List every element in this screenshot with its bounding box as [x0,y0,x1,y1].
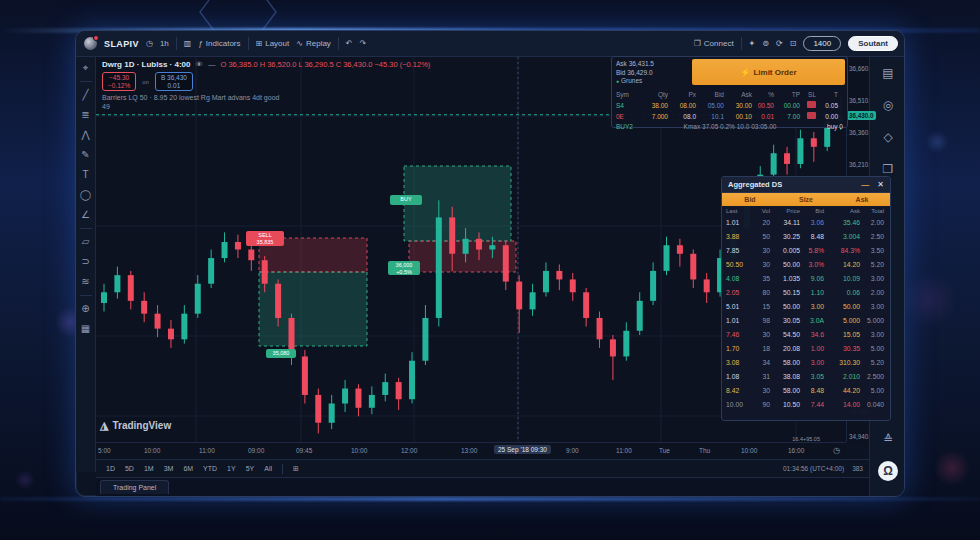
close-icon[interactable]: ✕ [877,180,884,189]
cancel-box-icon[interactable] [807,112,816,119]
trading-panel-tab[interactable]: Trading Panel [100,480,169,494]
draw-tool-icon-10[interactable]: ≋ [79,275,93,289]
grid-layout-icon: ⊡ [790,39,797,48]
legend-indicator[interactable]: Barriers LQ 50 · 8.95 20 lowest Rg Mart … [102,94,430,101]
indicators-button[interactable]: ƒIndicators [198,39,240,48]
timezone-clock-icon[interactable]: ◷ [833,446,840,455]
range-button-1y[interactable]: 1Y [223,464,240,473]
range-button-ytd[interactable]: YTD [199,464,221,473]
balance-pill-button[interactable]: 1400 [803,36,841,51]
depth-cell: 50.00 [824,301,860,312]
more-icon[interactable]: — [208,60,216,69]
depth-row[interactable]: 7.463054.5034.615.053.00 [722,327,890,341]
order-badge-blue[interactable]: B 36,4300.01 [155,72,193,91]
object-tree-icon[interactable]: ◇ [878,127,898,147]
refresh-icon[interactable]: ⟳ [776,39,783,48]
watchlist-icon[interactable]: ▤ [878,63,898,83]
draw-tool-icon-11[interactable]: ⊕ [79,302,93,316]
range-button-5y[interactable]: 5Y [242,464,259,473]
depth-row[interactable]: 10.009010.507.4414.000.040 [722,397,890,411]
order-row[interactable]: S438.0008.0005.0030.0000.5000.000.05 [612,100,847,111]
range-button-3m[interactable]: 3M [160,464,178,473]
magic-icon[interactable]: ✦ [749,39,756,48]
range-button-all[interactable]: All [260,464,276,473]
clock-status[interactable]: 01:34:56 (UTC+4:00) [783,465,844,472]
submit-pill-button[interactable]: Soutant [848,36,898,51]
depth-cell: 31 [752,371,770,382]
symbol-name[interactable]: SLAPIV [104,39,139,49]
time-axis[interactable]: 5:0010:0011:0009:0009:4510:0012:0013:009… [96,442,846,459]
depth-cell: 30.25 [770,231,800,242]
depth-row[interactable]: 3.083458.003.00310.305.20 [722,355,890,369]
time-label: 10:00 [351,447,367,454]
depth-cell: 5.00 [860,385,884,396]
redo-icon[interactable]: ↷ [360,39,367,48]
goto-date-icon[interactable]: ⊞ [289,464,303,474]
depth-row[interactable]: 50.503050.003.0%14.205.20 [722,257,890,271]
minimize-icon[interactable]: — [861,180,869,189]
bell-icon[interactable]: Ω [878,461,898,481]
depth-cell: 34 [752,357,770,368]
depth-row[interactable]: 7.85300.0055.8%84.3%3.50 [722,243,890,257]
limit-order-button[interactable]: ⚡ Limit Order [692,59,845,85]
layout-button[interactable]: ⊞Layout [256,39,290,48]
globe-icon[interactable]: ⊕ [878,491,898,497]
depth-row[interactable]: 2.058050.151.100.062.00 [722,285,890,299]
cancel-box-icon[interactable] [807,101,816,108]
draw-tool-icon-1[interactable]: ╱ [79,88,93,102]
order-cell: 7.000 [640,112,668,121]
depth-row[interactable]: 3.885030.258.483.0042.50 [722,229,890,243]
depth-row[interactable]: 1.012034.113.0635.462.00 [722,215,890,229]
depth-subcol: Bid [800,208,824,214]
eye-icon[interactable]: 👁 [195,60,203,69]
lock-icon[interactable]: ≙ [878,429,898,449]
draw-tool-icon-12[interactable]: ▦ [79,322,93,336]
range-button-1m[interactable]: 1M [140,464,158,473]
depth-row[interactable]: 8.423058.008.4844.205.00 [722,383,890,397]
draw-tool-icon-9[interactable]: ⊃ [79,255,93,269]
draw-tool-icon-7[interactable]: ∠ [79,208,93,222]
legend-symbol[interactable]: Dwrg 1D · Lublss · 4:00 [102,60,190,69]
range-button-6m[interactable]: 6M [179,464,197,473]
alerts-icon[interactable]: ◎ [878,95,898,115]
draw-tool-icon-8[interactable]: ▱ [79,235,93,249]
depth-row[interactable]: 4.08351.0359.0610.093.00 [722,271,890,285]
draw-tool-icon-2[interactable]: ≣ [79,108,93,122]
draw-tool-icon-3[interactable]: ⋀ [79,128,93,142]
depth-cell: 5.000 [824,315,860,326]
depth-subcol: Total [860,208,884,214]
range-button-5d[interactable]: 5D [121,464,138,473]
axis-extra-value: 16.4+95.05 [792,436,820,442]
undo-icon[interactable]: ↶ [346,39,353,48]
range-button-1d[interactable]: 1D [102,464,119,473]
interval-button[interactable]: 1h [160,39,169,48]
connect-button[interactable]: ❐Connect [694,39,734,48]
legend-ohlc: O 36,385.0 H 36,520.0 L 36,290.5 C 36,43… [220,60,430,69]
clock-icon[interactable]: ◷ [146,39,153,48]
divider [248,37,249,50]
draw-tool-icon-6[interactable]: ◯ [79,188,93,202]
pnl-badge-red[interactable]: −45.30−0.12% [102,72,136,91]
depth-row[interactable]: 1.701820.081.0030.355.00 [722,341,890,355]
candle-style-icon[interactable]: ▥ [184,39,192,48]
bid-price: Bid 36,429.0 [616,69,688,78]
divider [338,37,339,50]
draw-tool-icon-5[interactable]: T [79,168,93,182]
depth-cell: 30 [752,329,770,340]
draw-tool-icon-4[interactable]: ✎ [79,148,93,162]
bolt-icon: ⚡ [740,68,750,77]
order-row[interactable]: 0E7.00008.010.100.100.017.000.00 [612,111,847,122]
symbol-logo[interactable] [84,37,97,50]
grid-layout-icon[interactable]: ⊡ [790,39,797,48]
depth-row[interactable]: 1.019830.053.0A5.0005.000 [722,313,890,327]
depth-cell: 2.500 [860,371,884,382]
draw-tool-icon-0[interactable]: ⌖ [79,61,93,75]
time-label: 16:00 [788,447,804,454]
drawing-toolbar: ⌖╱≣⋀✎T◯∠▱⊃≋⊕▦ [76,57,96,472]
order-cell: 08.00 [668,101,696,110]
depth-cell: 2.00 [860,287,884,298]
alert-icon[interactable]: ⊚ [762,39,769,48]
depth-row[interactable]: 1.083138.083.052.0102.500 [722,369,890,383]
replay-button[interactable]: ∿Replay [296,39,331,48]
depth-row[interactable]: 5.011550.003.0050.003.00 [722,299,890,313]
